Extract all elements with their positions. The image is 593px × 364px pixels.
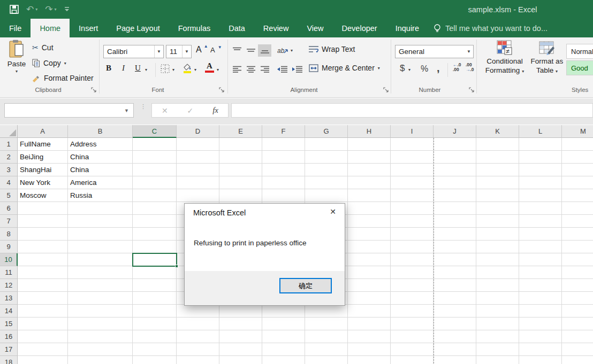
cell-J9[interactable] <box>434 241 476 253</box>
borders-button[interactable] <box>161 64 170 73</box>
cell-A7[interactable] <box>18 215 68 228</box>
cell-K18[interactable] <box>476 356 519 364</box>
column-header-L[interactable]: L <box>519 125 562 138</box>
cell-B8[interactable] <box>68 228 133 241</box>
cell-J13[interactable] <box>434 292 476 305</box>
cell-G15[interactable] <box>305 317 348 330</box>
fill-color-caret-icon[interactable]: ▾ <box>194 67 196 72</box>
save-icon[interactable] <box>10 5 19 14</box>
cell-M9[interactable] <box>562 241 593 253</box>
conditional-formatting-caret-icon[interactable]: ▾ <box>522 69 524 74</box>
cell-E16[interactable] <box>219 330 262 343</box>
cell-L5[interactable] <box>519 189 562 202</box>
cell-K2[interactable] <box>476 151 519 164</box>
italic-button[interactable]: I <box>122 64 125 73</box>
cell-B13[interactable] <box>68 292 133 305</box>
cell-L15[interactable] <box>519 317 562 330</box>
cancel-icon[interactable]: ✕ <box>162 106 168 115</box>
cell-H1[interactable] <box>348 138 391 151</box>
paste-button[interactable]: Paste ▾ <box>5 40 28 74</box>
cell-A11[interactable] <box>18 266 68 279</box>
accounting-caret-icon[interactable]: ▾ <box>408 67 410 72</box>
copy-button[interactable]: Copy ▾ <box>32 59 66 67</box>
cell-E17[interactable] <box>219 343 262 356</box>
font-color-button[interactable]: A <box>205 62 214 73</box>
cell-L12[interactable] <box>519 279 562 292</box>
row-header-7[interactable]: 7 <box>0 215 18 228</box>
decrease-decimal-button[interactable]: .00→.0 <box>466 63 474 73</box>
tab-formulas[interactable]: Formulas <box>169 19 219 37</box>
cell-B14[interactable] <box>68 305 133 317</box>
cell-C1[interactable] <box>133 138 177 151</box>
cell-L1[interactable] <box>519 138 562 151</box>
cell-C16[interactable] <box>133 330 177 343</box>
font-size-combo[interactable]: 11 ▼ <box>166 45 192 58</box>
number-format-caret-icon[interactable]: ▼ <box>465 45 473 58</box>
column-header-J[interactable]: J <box>434 125 476 138</box>
cell-L10[interactable] <box>519 253 562 266</box>
cell-M15[interactable] <box>562 317 593 330</box>
cell-M3[interactable] <box>562 164 593 176</box>
cell-B10[interactable] <box>68 253 133 266</box>
cell-C17[interactable] <box>133 343 177 356</box>
cell-K4[interactable] <box>476 176 519 189</box>
cell-D15[interactable] <box>177 317 219 330</box>
cell-D2[interactable] <box>177 151 219 164</box>
row-header-12[interactable]: 12 <box>0 279 18 292</box>
conditional-formatting-button[interactable]: ≠ ConditionalFormatting ▾ <box>483 40 526 75</box>
cell-A5[interactable]: Moscow <box>18 189 68 202</box>
orientation-button[interactable]: ab <box>277 45 288 55</box>
font-size-caret-icon[interactable]: ▼ <box>182 45 191 58</box>
cell-M16[interactable] <box>562 330 593 343</box>
cell-M17[interactable] <box>562 343 593 356</box>
cell-K6[interactable] <box>476 202 519 215</box>
cell-I3[interactable] <box>391 164 434 176</box>
cell-H3[interactable] <box>348 164 391 176</box>
cell-C8[interactable] <box>133 228 177 241</box>
name-box[interactable]: ▼ <box>4 103 134 118</box>
cell-K3[interactable] <box>476 164 519 176</box>
customize-qat-icon[interactable] <box>64 6 70 12</box>
redo-button[interactable]: ↷▾ <box>45 5 56 14</box>
cell-H17[interactable] <box>348 343 391 356</box>
cell-L17[interactable] <box>519 343 562 356</box>
cell-E14[interactable] <box>219 305 262 317</box>
cell-I2[interactable] <box>391 151 434 164</box>
cell-C6[interactable] <box>133 202 177 215</box>
cell-H7[interactable] <box>348 215 391 228</box>
cell-A15[interactable] <box>18 317 68 330</box>
cell-H11[interactable] <box>348 266 391 279</box>
cell-I10[interactable] <box>391 253 434 266</box>
cell-G17[interactable] <box>305 343 348 356</box>
percent-style-button[interactable]: % <box>421 64 428 74</box>
cell-E3[interactable] <box>219 164 262 176</box>
cell-M5[interactable] <box>562 189 593 202</box>
formula-input[interactable] <box>231 103 593 118</box>
cell-F4[interactable] <box>262 176 305 189</box>
cell-B11[interactable] <box>68 266 133 279</box>
cell-E18[interactable] <box>219 356 262 364</box>
cell-K13[interactable] <box>476 292 519 305</box>
column-header-I[interactable]: I <box>391 125 434 138</box>
cell-K12[interactable] <box>476 279 519 292</box>
cell-J11[interactable] <box>434 266 476 279</box>
cell-K16[interactable] <box>476 330 519 343</box>
cell-G18[interactable] <box>305 356 348 364</box>
cell-H14[interactable] <box>348 305 391 317</box>
cell-G4[interactable] <box>305 176 348 189</box>
cell-H4[interactable] <box>348 176 391 189</box>
row-header-3[interactable]: 3 <box>0 164 18 176</box>
cell-E5[interactable] <box>219 189 262 202</box>
cell-A8[interactable] <box>18 228 68 241</box>
column-header-K[interactable]: K <box>476 125 519 138</box>
cell-J4[interactable] <box>434 176 476 189</box>
cell-H15[interactable] <box>348 317 391 330</box>
cell-C4[interactable] <box>133 176 177 189</box>
cell-H8[interactable] <box>348 228 391 241</box>
column-header-E[interactable]: E <box>219 125 262 138</box>
dialog-close-icon[interactable]: ✕ <box>322 205 344 219</box>
row-header-16[interactable]: 16 <box>0 330 18 343</box>
cell-K5[interactable] <box>476 189 519 202</box>
cell-H18[interactable] <box>348 356 391 364</box>
cell-I5[interactable] <box>391 189 434 202</box>
